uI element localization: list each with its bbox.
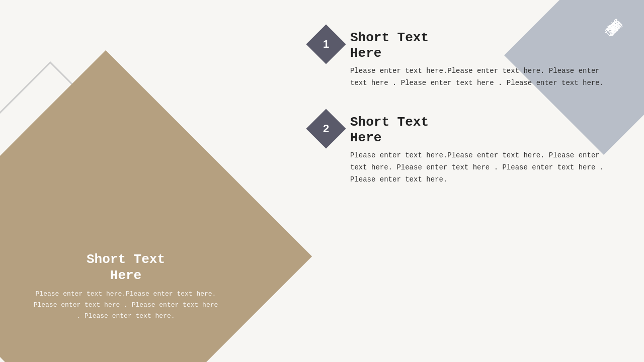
section-2-title: Short Text Here xyxy=(350,115,614,146)
slide: 添加页面标题内容 Short Text Here Please enter te… xyxy=(0,0,644,362)
section-1-body: Please enter text here.Please enter text… xyxy=(350,65,614,89)
badge-2-number: 2 xyxy=(323,122,329,135)
left-section-body: Please enter text here.Please enter text… xyxy=(30,289,221,322)
right-content-area: 1 Short Text Here Please enter text here… xyxy=(292,0,644,362)
left-section-title: Short Text Here xyxy=(30,252,221,283)
left-content-block: Short Text Here Please enter text here.P… xyxy=(30,252,221,322)
section-1: 1 Short Text Here Please enter text here… xyxy=(312,30,614,89)
section-2: 2 Short Text Here Please enter text here… xyxy=(312,115,614,186)
section-2-text: Short Text Here Please enter text here.P… xyxy=(350,115,614,186)
section-2-body: Please enter text here.Please enter text… xyxy=(350,150,614,186)
section-1-title: Short Text Here xyxy=(350,30,614,61)
badge-2: 2 xyxy=(306,109,346,148)
badge-1: 1 xyxy=(306,24,346,64)
badge-1-number: 1 xyxy=(323,38,329,51)
section-1-text: Short Text Here Please enter text here.P… xyxy=(350,30,614,89)
